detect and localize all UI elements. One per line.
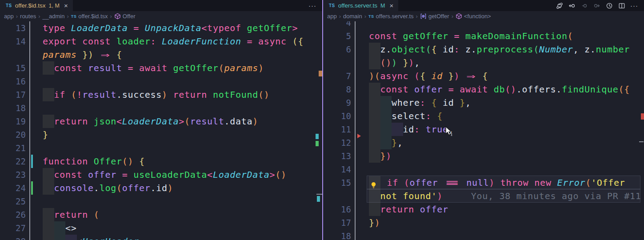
line-number: 7 xyxy=(323,69,351,83)
breadcrumb-separator: › xyxy=(110,13,112,20)
code-row[interactable]: 13type LoaderData = UnpackData<typeof ge… xyxy=(0,21,322,35)
breadcrumb-separator: › xyxy=(416,13,418,20)
code-line: }) xyxy=(369,149,644,163)
breadcrumb-label: routes xyxy=(20,13,36,20)
line-number: 9 xyxy=(323,96,351,109)
code-row[interactable]: 16 xyxy=(0,75,322,88)
scrollbar-edge[interactable] xyxy=(316,194,322,195)
line-number: 27 xyxy=(0,221,26,235)
line-number: 10 xyxy=(323,109,351,123)
breadcrumb-item[interactable]: Offer xyxy=(114,13,136,20)
code-row[interactable]: 13 }) xyxy=(323,149,644,163)
code-row[interactable]: params }) ⇒ { xyxy=(0,48,322,61)
vscode-window: TS offer.$id.tsx 1, M × ··· app›routes›_… xyxy=(0,0,644,240)
more-actions-icon[interactable]: ··· xyxy=(630,2,638,10)
code-row[interactable]: 10 select: { xyxy=(323,109,644,123)
typescript-file-icon: TS xyxy=(368,14,374,19)
split-editor-icon[interactable] xyxy=(618,2,626,10)
code-row[interactable]: 28 <UserHeader xyxy=(0,235,322,240)
cube-symbol-icon xyxy=(114,13,121,20)
line-number: 6 xyxy=(323,43,351,56)
line-number: 22 xyxy=(0,155,26,168)
breadcrumb-item[interactable]: app xyxy=(327,13,337,20)
git-modified-indicator xyxy=(31,155,33,168)
tab-offer-id-tsx[interactable]: TS offer.$id.tsx 1, M × xyxy=(0,0,73,11)
code-line: not found') You, 38 minutes ago via PR #… xyxy=(369,189,644,203)
code-line: const offer = await db().offers.findUniq… xyxy=(369,83,644,96)
method-symbol-icon xyxy=(420,13,427,20)
typescript-file-icon: TS xyxy=(6,3,12,8)
breadcrumb-label: app xyxy=(327,13,337,20)
code-row[interactable]: 21 xyxy=(0,141,322,155)
code-row[interactable]: 19 return json<LoaderData>(result.data) xyxy=(0,115,322,128)
close-icon[interactable]: × xyxy=(390,2,394,9)
code-row[interactable]: 6 z.object({ id: z.preprocess(Number, z.… xyxy=(323,43,644,56)
open-changes-previous-icon[interactable] xyxy=(568,2,576,10)
code-line: params }) ⇒ { xyxy=(43,48,322,61)
code-row[interactable]: 23 const offer = useLoaderData<LoaderDat… xyxy=(0,168,322,181)
code-line: const result = await getOffer(params) xyxy=(43,61,322,75)
breadcrumb-item[interactable]: domain xyxy=(343,13,362,20)
code-row[interactable]: 18 xyxy=(0,101,322,115)
code-area-right[interactable]: 45const getOffer = makeDomainFunction(6 … xyxy=(323,21,644,240)
code-area-left[interactable]: 13type LoaderData = UnpackData<typeof ge… xyxy=(0,21,322,240)
code-line: ()) }), xyxy=(369,56,644,69)
line-number: 17 xyxy=(323,216,351,229)
code-row[interactable]: 9 where: { id }, xyxy=(323,96,644,109)
editor-left: app›routes›__admin›TSoffer.$id.tsx›Offer… xyxy=(0,11,322,240)
code-row[interactable]: 25 xyxy=(0,195,322,208)
more-actions-icon[interactable]: ··· xyxy=(308,2,316,10)
next-change-icon[interactable] xyxy=(593,2,601,10)
breadcrumb-item[interactable]: __admin xyxy=(43,13,65,20)
code-row[interactable]: 17 if (!result.success) return notFound(… xyxy=(0,88,322,101)
line-number: 5 xyxy=(323,29,351,43)
line-number: 13 xyxy=(323,149,351,163)
compare-changes-icon[interactable] xyxy=(556,2,564,10)
line-number: 21 xyxy=(0,141,26,155)
editor-group-sash[interactable] xyxy=(322,0,323,240)
code-row[interactable]: 14export const loader: LoaderFunction = … xyxy=(0,35,322,48)
code-line: return offer xyxy=(369,203,644,216)
breadcrumb-separator: › xyxy=(38,13,40,20)
code-row[interactable]: 17}) xyxy=(323,216,644,229)
code-row[interactable]: 27 <> xyxy=(0,221,322,235)
code-line: console.log(offer.id) xyxy=(43,181,322,195)
line-number: 24 xyxy=(0,181,26,195)
line-number: 14 xyxy=(0,35,26,48)
timeline-icon[interactable] xyxy=(605,2,613,10)
line-number: 17 xyxy=(0,88,26,101)
code-row[interactable]: 5const getOffer = makeDomainFunction( xyxy=(323,29,644,43)
breadcrumb-separator: › xyxy=(16,13,18,20)
code-row[interactable]: 26 return ( xyxy=(0,208,322,221)
code-line: export const loader: LoaderFunction = as… xyxy=(43,35,322,48)
code-row[interactable]: ()) }), xyxy=(323,56,644,69)
code-line: )(async ({ id }) ⇒ { xyxy=(369,69,644,83)
line-number: 18 xyxy=(323,229,351,240)
code-row[interactable]: 12 }, xyxy=(323,136,644,149)
code-row[interactable]: 14 xyxy=(323,163,644,176)
line-number: 19 xyxy=(0,115,26,128)
code-row[interactable]: not found') You, 38 minutes ago via PR #… xyxy=(323,189,644,203)
breadcrumb-item[interactable]: TSoffers.server.ts xyxy=(368,13,414,20)
code-row[interactable]: 15 if (offer ≡ null) throw new Error('Of… xyxy=(323,176,644,189)
breadcrumb-item[interactable]: TSoffer.$id.tsx xyxy=(71,13,108,20)
code-row[interactable]: 11 id: true, xyxy=(323,123,644,136)
code-row[interactable]: 20} xyxy=(0,128,322,141)
breadcrumb-item[interactable]: app xyxy=(4,13,14,20)
code-row[interactable]: 15 const result = await getOffer(params) xyxy=(0,61,322,75)
code-row[interactable]: 16 return offer xyxy=(323,203,644,216)
code-row[interactable]: 8 const offer = await db().offers.findUn… xyxy=(323,83,644,96)
overview-modified-mark xyxy=(316,134,319,139)
breadcrumb-item[interactable]: routes xyxy=(20,13,36,20)
code-row[interactable]: 22function Offer() { xyxy=(0,155,322,168)
breadcrumb-item[interactable]: getOffer xyxy=(420,13,449,20)
code-line xyxy=(369,229,644,240)
previous-change-icon[interactable] xyxy=(580,2,588,10)
code-row[interactable]: 7)(async ({ id }) ⇒ { xyxy=(323,69,644,83)
breadcrumb-item[interactable]: <function> xyxy=(456,13,491,20)
close-icon[interactable]: × xyxy=(64,2,68,9)
code-row[interactable]: 18 xyxy=(323,229,644,240)
code-row[interactable]: 24 console.log(offer.id) xyxy=(0,181,322,195)
tab-offers-server-ts[interactable]: TS offers.server.ts M × xyxy=(323,0,398,11)
line-number: 12 xyxy=(323,136,351,149)
